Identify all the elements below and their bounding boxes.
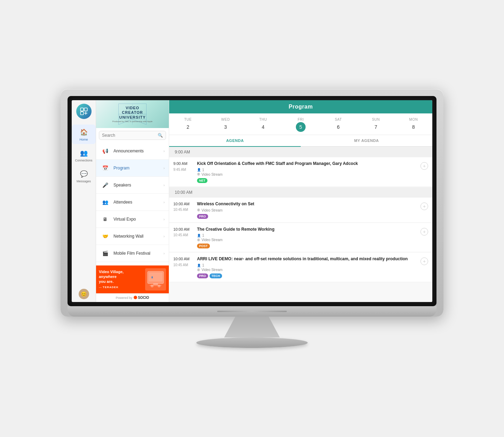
session-kickoff-end: 9:45 AM xyxy=(173,167,194,173)
nav-menu-sponsors[interactable]: ⭐ Sponsors › xyxy=(96,262,169,265)
connections-label: Connections xyxy=(75,159,92,162)
search-bar[interactable]: 🔍 xyxy=(99,131,166,140)
nav-messages[interactable]: 💬 Messages xyxy=(72,166,96,186)
session-kickoff-stream-label: Video Stream xyxy=(202,173,222,176)
session-wireless-title: Wireless Connectivity on Set xyxy=(197,201,418,207)
session-kickoff-details: Kick Off Orientation & Coffee with FMC S… xyxy=(194,161,420,183)
session-arri-time: 10:00 AM 10:45 AM xyxy=(173,256,194,268)
nav-menu-virtual-expo[interactable]: 🖥 Virtual Expo › xyxy=(96,211,169,228)
nav-menu-mobile-film[interactable]: 🎬 Mobile Film Festival › xyxy=(96,245,169,262)
session-wireless-stream: ⦿ Video Stream xyxy=(197,208,418,212)
nav-menu-program[interactable]: 📅 Program › xyxy=(96,160,169,177)
session-arri-stream-label: Video Stream xyxy=(202,268,222,272)
person-icon-1: 👤 xyxy=(197,168,201,172)
session-kickoff-add-btn[interactable]: + xyxy=(420,162,428,170)
day-thu[interactable]: THU 4 xyxy=(244,116,282,135)
session-kickoff-stream: ⦿ Video Stream xyxy=(197,173,418,176)
svg-rect-2 xyxy=(80,112,84,115)
announcements-label: Announcements xyxy=(113,149,164,153)
monitor-stand-neck xyxy=(224,317,280,337)
ad-brand: TERADEK xyxy=(103,286,119,289)
mobile-film-arrow: › xyxy=(164,252,165,255)
session-remote-add-btn[interactable]: + xyxy=(420,228,428,236)
program-label: Program xyxy=(113,166,164,170)
session-arri[interactable]: 10:00 AM 10:45 AM ARRI LIVE DEMO: near- … xyxy=(169,253,432,282)
session-arri-attendee-count: 1 xyxy=(202,263,204,267)
day-mon-name: MON xyxy=(409,118,418,121)
session-kickoff[interactable]: 9:00 AM 9:45 AM Kick Off Orientation & C… xyxy=(169,157,432,187)
time-header-9am: 9:00 AM xyxy=(169,147,432,157)
monitor-outer: 🏠 Home 👥 Connections 💬 Messages 😊 xyxy=(61,89,443,317)
session-remote-stream: ⦿ Video Stream xyxy=(197,238,418,242)
attendees-icon: 👥 xyxy=(100,197,110,207)
svg-rect-14 xyxy=(149,272,163,281)
ad-line2: anywhere xyxy=(99,274,145,279)
svg-rect-0 xyxy=(80,108,84,111)
ad-line1: Video Village, xyxy=(99,269,145,274)
session-arri-tags: PRO TECH xyxy=(197,273,418,278)
session-arri-start: 10:00 AM xyxy=(173,256,194,262)
session-remote-attendees: 👤 1 xyxy=(197,233,418,237)
session-arri-title: ARRI LIVE DEMO: near- and off-set remote… xyxy=(197,256,418,262)
sidebar-icons: 🏠 Home 👥 Connections 💬 Messages 😊 xyxy=(72,100,96,302)
networking-wall-arrow: › xyxy=(164,235,165,238)
day-wed-num: 3 xyxy=(221,122,230,132)
day-fri[interactable]: FRI 5 xyxy=(282,116,320,135)
tab-agenda[interactable]: AGENDA xyxy=(169,135,301,147)
connections-icon: 👥 xyxy=(79,148,89,158)
blueprint-decoration xyxy=(96,100,169,128)
nav-menu-speakers[interactable]: 🎤 Speakers › xyxy=(96,177,169,194)
socio-brand: SOCIO xyxy=(138,296,149,300)
nav-menu: 📢 Announcements › 📅 Program › 🎤 Speakers xyxy=(96,143,169,265)
nav-menu-attendees[interactable]: 👥 Attendees › xyxy=(96,194,169,211)
user-avatar[interactable]: 😊 xyxy=(79,289,89,299)
nav-connections[interactable]: 👥 Connections xyxy=(72,145,96,165)
nav-menu-networking-wall[interactable]: 🤝 Networking Wall › xyxy=(96,228,169,245)
session-remote-details: The Creative Guide to Remote Working 👤 1… xyxy=(194,227,420,249)
svg-rect-18 xyxy=(150,285,162,286)
time-header-10am: 10:00 AM xyxy=(169,187,432,198)
day-wed[interactable]: WED 3 xyxy=(207,116,244,135)
monitor-stand-base xyxy=(196,337,308,348)
app-logo xyxy=(76,104,92,119)
announcements-arrow: › xyxy=(164,149,165,153)
speakers-label: Speakers xyxy=(113,183,164,188)
day-sun-num: 7 xyxy=(371,122,381,132)
day-sat[interactable]: SAT 6 xyxy=(320,116,357,135)
session-wireless-time: 10:00 AM 10:45 AM xyxy=(173,201,194,213)
ad-banner: Video Village, anywhere you are. — TERAD… xyxy=(96,265,169,293)
time-header-10am-text: 10:00 AM xyxy=(175,190,192,195)
nav-menu-announcements[interactable]: 📢 Announcements › xyxy=(96,143,169,160)
program-title: Program xyxy=(289,104,313,110)
day-selector: TUE 2 WED 3 THU 4 FRI 5 xyxy=(169,113,432,135)
day-sun[interactable]: SUN 7 xyxy=(357,116,395,135)
virtual-expo-icon: 🖥 xyxy=(100,214,110,224)
session-wireless-end: 10:45 AM xyxy=(173,207,194,213)
screen-bezel: 🏠 Home 👥 Connections 💬 Messages 😊 xyxy=(68,96,436,306)
session-arri-attendees: 👤 1 xyxy=(197,263,418,267)
session-kickoff-title: Kick Off Orientation & Coffee with FMC S… xyxy=(197,161,418,167)
tag-net-1: NET xyxy=(197,178,207,183)
session-remote-stream-label: Video Stream xyxy=(202,238,222,242)
session-arri-add-btn[interactable]: + xyxy=(420,257,428,265)
tag-post-1: POST xyxy=(197,244,210,248)
day-sat-num: 6 xyxy=(333,122,343,132)
day-mon[interactable]: MON 8 xyxy=(395,116,432,135)
session-remote-working[interactable]: 10:00 AM 10:45 AM The Creative Guide to … xyxy=(169,223,432,253)
video-icon-1: ⦿ xyxy=(197,173,200,176)
search-input[interactable] xyxy=(102,133,158,138)
session-wireless[interactable]: 10:00 AM 10:45 AM Wireless Connectivity … xyxy=(169,198,432,223)
ad-image-content: 👤 xyxy=(147,270,164,289)
tag-pro-1: PRO xyxy=(197,214,208,219)
day-thu-name: THU xyxy=(259,118,267,121)
session-wireless-tags: PRO xyxy=(197,214,418,219)
day-tue[interactable]: TUE 2 xyxy=(169,116,207,135)
tab-my-agenda[interactable]: MY AGENDA xyxy=(301,135,432,146)
nav-home[interactable]: 🏠 Home xyxy=(72,125,96,144)
announcements-icon: 📢 xyxy=(100,146,110,156)
main-content: Program TUE 2 WED 3 THU 4 xyxy=(169,100,432,302)
video-icon-3: ⦿ xyxy=(197,238,200,242)
session-wireless-add-btn[interactable]: + xyxy=(420,202,428,210)
session-wireless-start: 10:00 AM xyxy=(173,201,194,207)
session-remote-tags: POST xyxy=(197,244,418,248)
